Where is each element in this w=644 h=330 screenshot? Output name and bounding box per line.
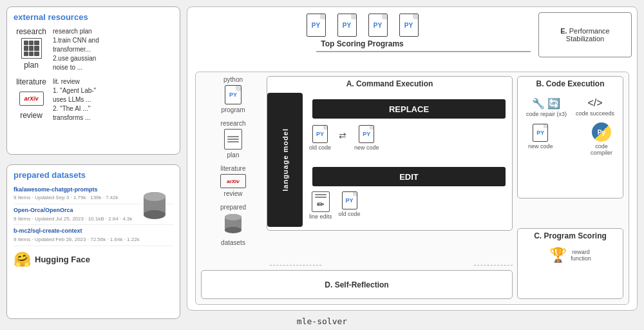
research-doc-icon bbox=[224, 129, 242, 150]
sidebar-items: python PY program research plan literatu… bbox=[201, 76, 265, 246]
top-programs-section: PY PY PY PY Top Scoring Programs bbox=[194, 14, 531, 48]
arrow-d-left bbox=[270, 265, 321, 266]
repair-icons: 🔧 🔄 bbox=[532, 97, 560, 110]
py-file-3: PY bbox=[368, 14, 388, 37]
py-icon-2: PY bbox=[337, 14, 357, 37]
grid-icon bbox=[19, 36, 44, 61]
py-file-4: PY bbox=[399, 14, 419, 37]
old-code-py-icon: PY bbox=[312, 125, 328, 143]
sidebar-python: python PY program bbox=[201, 76, 265, 113]
section-d: D. Self-Reflection bbox=[201, 270, 513, 299]
sidebar-literature: literature arXiv review bbox=[201, 165, 265, 197]
section-b: B. Code Execution 🔧 🔄 code repair (x3) <… bbox=[517, 76, 623, 199]
resource-row-research: research plan research plan 1.train CNN … bbox=[14, 27, 173, 72]
code-succeeds-area: </> code succeeds bbox=[572, 93, 618, 121]
datasets-panel: prepared datasets fka/awesome-chatgpt-pr… bbox=[6, 164, 180, 319]
section-d-title: D. Self-Reflection bbox=[325, 280, 388, 289]
external-resources-title: external resources bbox=[14, 12, 173, 22]
literature-review-text: lit. review 1. "Agent Lab-" uses LLMs ..… bbox=[53, 77, 96, 122]
line-edits-doc-icon: ✏ bbox=[312, 191, 330, 212]
py-file-1: PY bbox=[307, 14, 326, 37]
old-code-py-icon-2: PY bbox=[342, 191, 357, 209]
arxiv-icon: arXiv bbox=[19, 86, 44, 111]
swap-icon: ⇄ bbox=[339, 125, 346, 141]
python-logo: Py bbox=[592, 122, 611, 142]
arrow-top-to-inner bbox=[316, 51, 531, 52]
database-icon bbox=[142, 191, 167, 225]
sidebar-datasets: prepared datasets bbox=[201, 204, 265, 246]
external-resources-panel: external resources research plan researc… bbox=[6, 6, 180, 155]
py-icon-1: PY bbox=[307, 14, 326, 37]
resource-label-literature: literature bbox=[16, 77, 46, 86]
py-program-icon: PY bbox=[225, 85, 242, 104]
main-diagram: PY PY PY PY Top Scoring Programs E. Perf… bbox=[187, 6, 638, 311]
old-code-file: PY old code bbox=[309, 125, 331, 151]
section-c: C. Program Scoring 🏆 reward function bbox=[517, 228, 623, 299]
language-model-label: language model bbox=[281, 128, 289, 191]
research-plan-text: research plan 1.train CNN and transforme… bbox=[53, 27, 99, 72]
language-model-box: language model bbox=[267, 93, 303, 227]
code-succeeds-label: code succeeds bbox=[576, 110, 614, 117]
arxiv-review-icon: arXiv bbox=[220, 174, 246, 188]
b-bottom-row: PY new code Py code compiler bbox=[518, 124, 623, 165]
section-b-title: B. Code Execution bbox=[518, 77, 623, 91]
compiler-label: code compiler bbox=[591, 143, 612, 156]
b-compiler: Py code compiler bbox=[591, 122, 612, 156]
section-a: A. Command Execution language model REPL… bbox=[267, 76, 513, 231]
resource-label-research: research bbox=[16, 27, 46, 36]
mle-solver-label: mle-solver bbox=[0, 316, 644, 326]
code-tag-icon: </> bbox=[587, 97, 602, 109]
line-edits-label: line edits bbox=[309, 213, 332, 220]
wrench-icon: 🔧 bbox=[532, 97, 545, 110]
b-new-code: PY new code bbox=[528, 124, 553, 150]
svg-point-2 bbox=[144, 210, 166, 219]
b-new-code-label: new code bbox=[528, 143, 553, 150]
arrow-d-right bbox=[474, 265, 513, 266]
edit-code-files: ✏ line edits PY old code bbox=[309, 191, 507, 220]
huggingface-label: Hugging Face bbox=[35, 255, 90, 264]
refresh-icon: 🔄 bbox=[547, 97, 560, 110]
new-code-py-icon: PY bbox=[359, 125, 374, 143]
edit-button[interactable]: EDIT bbox=[312, 167, 506, 186]
b-icons-row: 🔧 🔄 code repair (x3) </> code succeeds bbox=[518, 91, 623, 124]
svg-point-6 bbox=[225, 227, 242, 233]
huggingface-emoji: 🤗 bbox=[14, 251, 31, 268]
code-repair-label: code repair (x3) bbox=[526, 111, 567, 117]
py-icon-4: PY bbox=[399, 14, 419, 37]
section-a-title: A. Command Execution bbox=[267, 77, 512, 91]
section-c-content: 🏆 reward function bbox=[518, 243, 623, 267]
py-icon-3: PY bbox=[368, 14, 388, 37]
py-file-2: PY bbox=[337, 14, 357, 37]
replace-code-files: PY old code ⇄ PY new code bbox=[309, 125, 507, 151]
section-c-title: C. Program Scoring bbox=[518, 229, 623, 243]
trophy-icon: 🏆 bbox=[549, 247, 567, 264]
huggingface-row: 🤗 Hugging Face bbox=[14, 251, 173, 268]
py-files-row: PY PY PY PY bbox=[307, 14, 419, 37]
code-repair-area: 🔧 🔄 code repair (x3) bbox=[522, 93, 571, 121]
perf-stabilization-box: E. Performance Stabilization bbox=[538, 12, 632, 57]
resource-sublabel-plan: plan bbox=[24, 61, 39, 70]
new-code-label-replace: new code bbox=[354, 144, 379, 151]
new-code-file-replace: PY new code bbox=[354, 125, 379, 151]
dataset-item-3: b-mc2/sql-create-context 9 Items · Updat… bbox=[14, 225, 173, 246]
svg-point-7 bbox=[225, 214, 242, 220]
pencil-icon: ✏ bbox=[317, 199, 325, 209]
old-code-label-2: old code bbox=[339, 211, 361, 217]
top-scoring-label: Top Scoring Programs bbox=[321, 39, 403, 48]
old-code-label: old code bbox=[309, 144, 331, 151]
resource-row-literature: literature arXiv review lit. review 1. "… bbox=[14, 77, 173, 122]
old-code-file-2: PY old code bbox=[339, 191, 361, 217]
resource-sublabel-review: review bbox=[20, 111, 43, 120]
b-new-code-py-icon: PY bbox=[533, 124, 548, 142]
perf-stabilization-label: E. Performance Stabilization bbox=[543, 27, 627, 43]
datasets-title: prepared datasets bbox=[14, 170, 173, 180]
datasets-icon bbox=[223, 213, 243, 237]
sidebar-research: research plan bbox=[201, 120, 265, 159]
inner-box: python PY program research plan literatu… bbox=[195, 72, 629, 305]
svg-point-3 bbox=[144, 192, 166, 201]
replace-button[interactable]: REPLACE bbox=[312, 99, 506, 119]
line-edits-file: ✏ line edits bbox=[309, 191, 332, 220]
reward-label: reward function bbox=[571, 249, 591, 262]
